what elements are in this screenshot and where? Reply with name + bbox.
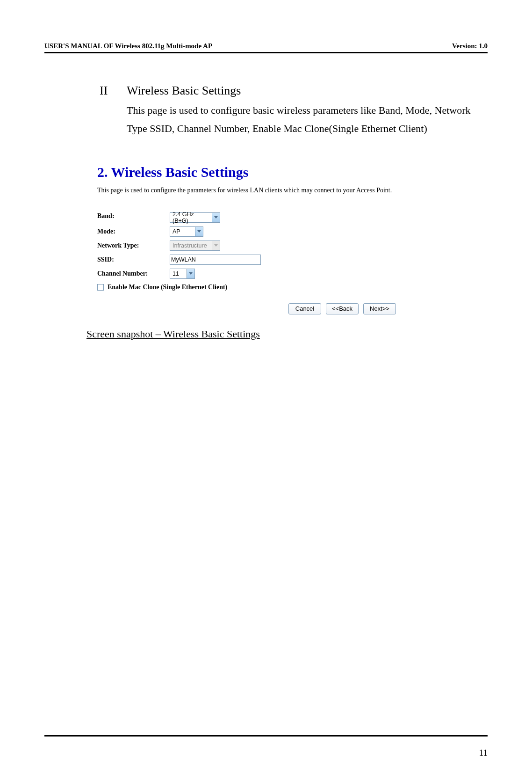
- footer-rule: [44, 735, 488, 737]
- mode-select[interactable]: AP: [170, 226, 203, 237]
- network-type-label: Network Type:: [97, 239, 170, 253]
- screenshot-caption: Screen snapshot – Wireless Basic Setting…: [86, 328, 488, 340]
- ssid-label: SSID:: [97, 253, 170, 267]
- section-number: II: [100, 84, 127, 98]
- section-body: This page is used to configure basic wir…: [127, 102, 488, 138]
- channel-value: 11: [171, 270, 188, 277]
- section-title: Wireless Basic Settings: [127, 84, 241, 98]
- section-block: II Wireless Basic Settings This page is …: [100, 84, 488, 138]
- back-button[interactable]: <<Back: [326, 303, 359, 314]
- next-button[interactable]: Next>>: [363, 303, 396, 314]
- mac-clone-label: Enable Mac Clone (Single Ethernet Client…: [108, 284, 227, 291]
- mode-value: AP: [171, 228, 190, 235]
- network-type-select: Infrastructure: [170, 241, 220, 251]
- chevron-down-icon: [187, 269, 194, 278]
- settings-form: Band: 2.4 GHz (B+G) Mode: AP: [97, 208, 264, 281]
- next-button-label: Next>>: [370, 305, 389, 312]
- band-label: Band:: [97, 208, 170, 225]
- settings-screenshot: 2. Wireless Basic Settings This page is …: [86, 155, 425, 324]
- page-number: 11: [479, 748, 488, 758]
- chevron-down-icon: [195, 227, 203, 236]
- band-select[interactable]: 2.4 GHz (B+G): [170, 212, 220, 223]
- channel-select[interactable]: 11: [170, 269, 195, 279]
- screenshot-rule: [97, 200, 415, 200]
- mac-clone-checkbox[interactable]: [97, 284, 104, 291]
- channel-label: Channel Number:: [97, 267, 170, 281]
- chevron-down-icon: [212, 241, 220, 250]
- ssid-value: MyWLAN: [171, 256, 196, 263]
- header-left: USER'S MANUAL OF Wireless 802.11g Multi-…: [44, 42, 212, 50]
- screenshot-description: This page is used to configure the param…: [97, 186, 415, 195]
- page-header: USER'S MANUAL OF Wireless 802.11g Multi-…: [44, 42, 488, 50]
- chevron-down-icon: [212, 213, 220, 222]
- mode-label: Mode:: [97, 225, 170, 239]
- ssid-input[interactable]: MyWLAN: [170, 255, 261, 265]
- cancel-button-label: Cancel: [295, 305, 314, 312]
- header-rule: [44, 52, 488, 53]
- header-right: Version: 1.0: [452, 42, 488, 50]
- screenshot-title: 2. Wireless Basic Settings: [97, 164, 415, 180]
- network-type-value: Infrastructure: [171, 242, 216, 249]
- back-button-label: <<Back: [332, 305, 352, 312]
- cancel-button[interactable]: Cancel: [288, 303, 321, 314]
